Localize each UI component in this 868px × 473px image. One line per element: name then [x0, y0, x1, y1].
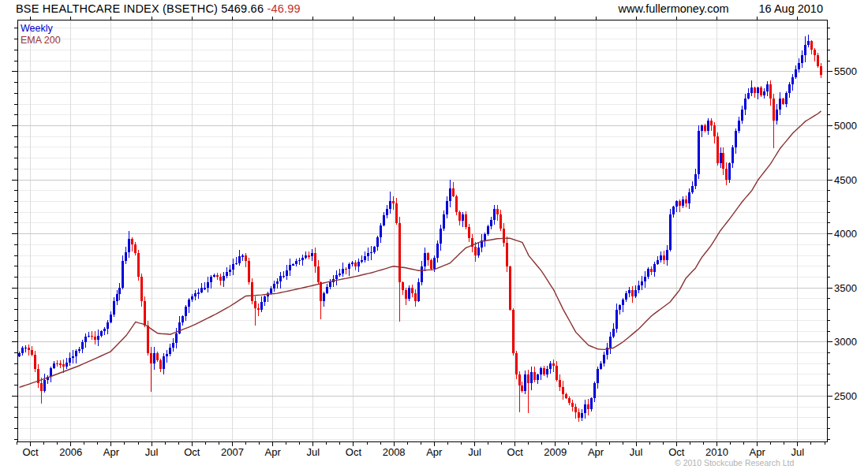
x-axis-label: Apr	[588, 446, 604, 458]
x-axis-label: 2010	[705, 446, 728, 458]
x-axis-label: Oct	[507, 446, 524, 458]
x-axis-label: Jul	[791, 446, 805, 458]
legend-weekly: Weekly	[21, 23, 53, 34]
ema-line	[20, 111, 821, 388]
y-axis-label: 2500	[834, 390, 857, 402]
x-axis-label: Apr	[426, 446, 443, 458]
x-axis-label: Jul	[145, 446, 159, 458]
x-axis-labels: Oct2006AprJulOct2007AprJulOct2008AprJulO…	[22, 446, 804, 458]
y-grid-major	[17, 71, 827, 396]
y-axis-label: 4000	[834, 228, 857, 240]
y-axis-label: 3000	[834, 336, 857, 348]
y-axis-label: 5500	[834, 65, 857, 77]
y-axis-label: 4500	[834, 174, 857, 186]
x-axis-label: 2009	[544, 446, 567, 458]
price-chart-canvas: 2500300035004000450050005500Oct2006AprJu…	[0, 0, 868, 473]
legend-ema-200: EMA 200	[21, 35, 61, 46]
chart-page: BSE HEALTHCARE INDEX (BSETHC) 5469.66 -4…	[0, 0, 868, 473]
x-axis-label: Apr	[103, 446, 120, 458]
x-grid	[30, 20, 797, 441]
plot-axes	[12, 17, 832, 446]
x-axis-label: Oct	[346, 446, 362, 458]
x-axis-label: Oct	[184, 446, 200, 458]
x-axis-label: Jul	[306, 446, 320, 458]
y-axis-label: 3500	[834, 282, 857, 294]
x-axis-label: Apr	[750, 446, 766, 458]
x-axis-label: 2008	[383, 446, 406, 458]
x-axis-label: 2006	[59, 446, 82, 458]
x-axis-label: Jul	[468, 446, 481, 458]
y-axis-labels: 2500300035004000450050005500	[834, 65, 857, 402]
x-axis-label: Oct	[22, 446, 39, 458]
x-axis-label: Jul	[630, 446, 643, 458]
copyright-notice: © 2010 Stockcube Research Ltd	[675, 458, 794, 467]
x-axis-label: Oct	[668, 446, 685, 458]
x-axis-label: Apr	[264, 446, 281, 458]
y-axis-label: 5000	[834, 120, 857, 132]
x-axis-label: 2007	[221, 446, 244, 458]
